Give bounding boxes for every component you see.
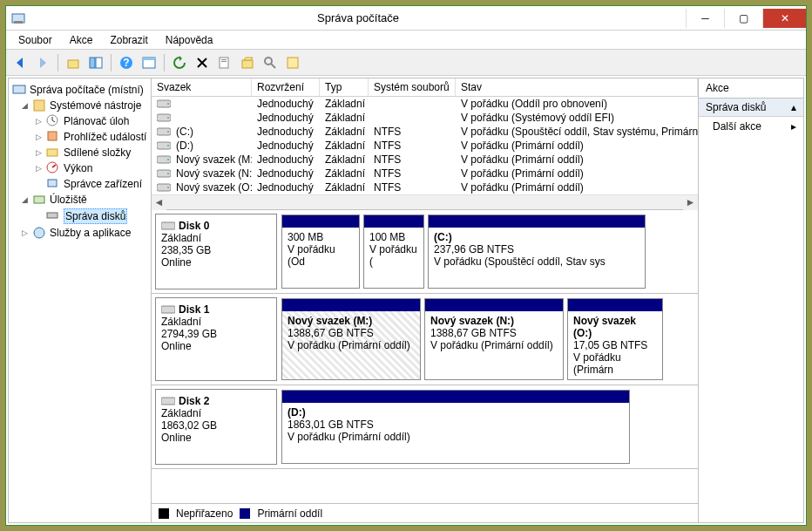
partition[interactable]: Nový svazek (M:)1388,67 GB NTFSV pořádku…	[281, 298, 421, 380]
expand-icon[interactable]: ▷	[35, 133, 43, 141]
cell-name	[171, 97, 252, 111]
tree-shared-folders[interactable]: ▷Sdílené složky	[9, 145, 151, 160]
tree-sys-tools[interactable]: ◢ Systémové nástroje	[9, 98, 151, 113]
minimize-button[interactable]: ─	[686, 9, 724, 28]
table-row[interactable]: JednoduchýZákladníV pořádku (Oddíl pro o…	[152, 97, 698, 111]
partition-band	[425, 299, 563, 311]
menu-napoveda[interactable]: Nápověda	[159, 32, 220, 48]
scroll-left-icon[interactable]: ◄	[152, 195, 166, 210]
disk-state: Online	[161, 256, 271, 269]
find-icon[interactable]	[260, 52, 281, 73]
partition-band	[429, 215, 645, 228]
tree-performance[interactable]: ▷Výkon	[9, 160, 151, 176]
svg-point-25	[34, 228, 44, 238]
svg-point-39	[167, 187, 169, 188]
partition-size: 17,05 GB NTFS	[573, 339, 657, 351]
disk-state: Online	[161, 432, 271, 444]
tree-event-viewer[interactable]: ▷Prohlížeč událostí	[9, 129, 151, 145]
refresh-button[interactable]	[169, 52, 190, 73]
expand-icon[interactable]: ▷	[21, 229, 29, 237]
menu-zobrazit[interactable]: Zobrazit	[103, 32, 154, 48]
cell-name: Nový svazek (O:)	[171, 180, 252, 194]
partition[interactable]: 100 MBV pořádku (	[363, 214, 424, 289]
col-layout[interactable]: Rozvržení	[252, 78, 320, 96]
toolbar: ?	[6, 50, 806, 76]
cell-status: V pořádku (Primární oddíl)	[456, 139, 698, 153]
cell-layout: Jednoduchý	[252, 125, 320, 139]
window-title: Správa počítače	[30, 11, 686, 24]
svg-point-27	[167, 103, 169, 105]
scroll-right-icon[interactable]: ►	[683, 195, 698, 210]
properties-icon[interactable]	[214, 52, 235, 73]
collapse-icon[interactable]: ◢	[21, 196, 29, 204]
delete-icon[interactable]	[192, 52, 213, 73]
partition[interactable]: (C:)237,96 GB NTFSV pořádku (Spouštěcí o…	[428, 214, 646, 289]
cell-type: Základní	[320, 167, 369, 180]
h-scrollbar[interactable]: ◄ ►	[152, 194, 698, 209]
disk-info[interactable]: Disk 0Základní238,35 GBOnline	[155, 214, 277, 289]
svg-point-33	[167, 145, 169, 146]
disk-type: Základní	[161, 407, 271, 419]
cell-type: Základní	[320, 97, 369, 111]
expand-icon[interactable]: ▷	[35, 165, 43, 173]
disk-info[interactable]: Disk 2Základní1863,02 GBOnline	[155, 389, 277, 465]
tree-pane[interactable]: Správa počítače (místní) ◢ Systémové nás…	[9, 78, 152, 522]
tree-disk-mgmt[interactable]: Správa disků	[9, 208, 151, 225]
col-fs[interactable]: Systém souborů	[369, 78, 456, 96]
disk-info[interactable]: Disk 1Základní2794,39 GBOnline	[155, 297, 277, 381]
tree-services-apps[interactable]: ▷Služby a aplikace	[9, 225, 151, 241]
disk-size: 1863,02 GB	[161, 419, 271, 432]
tree-device-manager[interactable]: Správce zařízení	[9, 176, 151, 192]
legend: Nepřiřazeno Primární oddíl	[152, 503, 698, 522]
help-button[interactable]: ?	[116, 52, 137, 73]
expand-icon[interactable]: ▷	[35, 118, 43, 126]
partition-name: (D:)	[288, 406, 624, 419]
partition[interactable]: Nový svazek (O:)17,05 GB NTFSV pořádku (…	[567, 298, 663, 380]
table-row[interactable]: Nový svazek (N:)JednoduchýZákladníNTFSV …	[152, 167, 698, 180]
disk-graphical-view[interactable]: Disk 0Základní238,35 GBOnline300 MBV poř…	[152, 210, 698, 503]
back-button[interactable]	[10, 52, 30, 73]
cell-fs: NTFS	[369, 139, 456, 153]
computer-icon	[12, 83, 26, 97]
svg-text:?: ?	[123, 57, 129, 69]
forward-button[interactable]	[32, 52, 53, 73]
cell-status: V pořádku (Primární oddíl)	[456, 180, 698, 194]
settings-icon[interactable]	[282, 52, 303, 73]
actions-section[interactable]: Správa disků ▴	[699, 99, 803, 117]
maximize-button[interactable]: ▢	[724, 9, 762, 28]
table-row[interactable]: (D:)JednoduchýZákladníNTFSV pořádku (Pri…	[152, 139, 698, 153]
menu-soubor[interactable]: Soubor	[11, 32, 59, 48]
legend-unallocated: Nepřiřazeno	[176, 507, 233, 520]
partition[interactable]: Nový svazek (N:)1388,67 GB NTFSV pořádku…	[424, 298, 564, 380]
expand-icon[interactable]: ▷	[35, 149, 43, 157]
actions-more[interactable]: Další akce ▸	[699, 117, 803, 136]
table-row[interactable]: Nový svazek (O:)JednoduchýZákladníNTFSV …	[152, 180, 698, 194]
actions-pane: Akce Správa disků ▴ Další akce ▸	[699, 78, 803, 522]
storage-icon	[32, 193, 46, 207]
show-hide-tree-button[interactable]	[85, 52, 106, 73]
table-row[interactable]: JednoduchýZákladníV pořádku (Systémový o…	[152, 111, 698, 125]
up-icon[interactable]	[63, 52, 84, 73]
open-icon[interactable]	[237, 52, 258, 73]
table-row[interactable]: (C:)JednoduchýZákladníNTFSV pořádku (Spo…	[152, 125, 698, 139]
tree-storage[interactable]: ◢Úložiště	[9, 192, 151, 208]
cell-status: V pořádku (Primární oddíl)	[456, 153, 698, 167]
partition-status: V pořádku (	[369, 243, 418, 268]
table-row[interactable]: Nový svazek (M:)JednoduchýZákladníNTFSV …	[152, 153, 698, 167]
partition[interactable]: (D:)1863,01 GB NTFSV pořádku (Primární o…	[281, 390, 630, 464]
tree-task-scheduler[interactable]: ▷Plánovač úloh	[9, 113, 151, 129]
col-type[interactable]: Typ	[320, 78, 369, 96]
view-button[interactable]	[139, 52, 159, 73]
partition[interactable]: 300 MBV pořádku (Od	[281, 214, 360, 289]
collapse-icon[interactable]: ▴	[791, 101, 796, 113]
device-icon	[46, 177, 60, 191]
tree-root[interactable]: Správa počítače (místní)	[9, 82, 151, 98]
tools-icon	[32, 99, 46, 112]
col-status[interactable]: Stav	[456, 78, 698, 96]
close-button[interactable]: ✕	[762, 9, 806, 28]
svg-rect-22	[48, 180, 57, 187]
menu-akce[interactable]: Akce	[63, 32, 100, 48]
col-volume[interactable]: Svazek	[152, 78, 252, 96]
svg-rect-17	[34, 100, 44, 111]
collapse-icon[interactable]: ◢	[21, 102, 29, 110]
